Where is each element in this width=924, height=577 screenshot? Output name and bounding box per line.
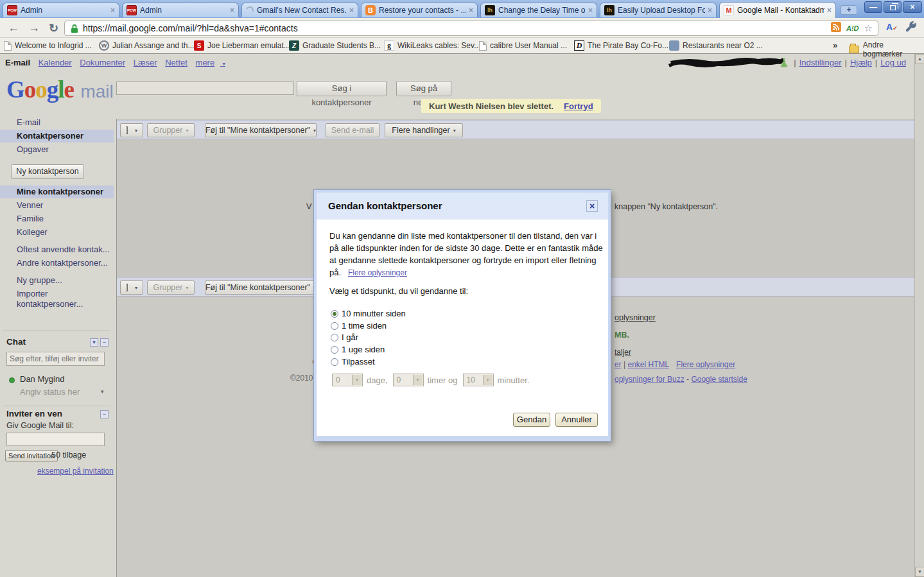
add-to-group-button[interactable]: Føj til "Mine kontaktpersoner"▾ xyxy=(205,280,317,295)
send-email-button[interactable]: Send e-mail xyxy=(326,123,379,137)
translate-icon[interactable]: A✓ xyxy=(886,22,898,32)
bookmark-item[interactable]: Welcome to Infogrid ... xyxy=(4,41,99,51)
more-actions-button[interactable]: Flere handlinger▾ xyxy=(385,123,463,137)
buzz-info-link[interactable]: oplysninger for Buzz xyxy=(615,375,684,384)
nav-nettet[interactable]: Nettet xyxy=(165,58,187,67)
radio-icon[interactable] xyxy=(331,358,338,366)
scroll-up-icon[interactable]: ▲ xyxy=(915,54,924,64)
help-link[interactable]: Hjælp xyxy=(850,58,872,67)
undo-link[interactable]: Fortryd xyxy=(564,101,593,111)
radio-option-10-minutes[interactable]: 10 minutter siden xyxy=(331,309,406,318)
page-scrollbar[interactable]: ▲ ▼ xyxy=(914,54,924,577)
new-tab-button[interactable]: + xyxy=(841,5,857,15)
cancel-button[interactable]: Annuller xyxy=(555,413,598,427)
google-home-link[interactable]: Google startside xyxy=(691,375,747,384)
tab-gmail-blog[interactable]: Gmail's New Contact Res... × xyxy=(241,3,358,17)
radio-icon[interactable] xyxy=(331,322,338,330)
checkbox-icon[interactable] xyxy=(126,126,128,134)
tab-close-icon[interactable]: × xyxy=(827,6,832,15)
bookmark-item[interactable]: WJulian Assange and th... xyxy=(99,40,194,51)
back-button[interactable]: ← xyxy=(8,21,19,35)
sidebar-import-link[interactable]: Importer xyxy=(0,289,114,299)
tab-close-icon[interactable]: × xyxy=(230,6,234,15)
nav-kalender[interactable]: Kalender xyxy=(39,58,72,67)
tab-admin-1[interactable]: PCW Admin × xyxy=(3,3,119,17)
invite-minimize-icon[interactable]: − xyxy=(100,410,109,418)
select-all-checkbox-button[interactable]: ▾ xyxy=(120,123,143,137)
details-link-fragment[interactable]: taljer xyxy=(615,348,631,357)
bookmark-item[interactable]: gWikiLeaks cables: Sev... xyxy=(384,40,479,51)
forward-button[interactable]: → xyxy=(28,21,40,35)
bookmarks-overflow-chevron[interactable]: » xyxy=(833,40,837,50)
sidebar-new-group-link[interactable]: Ny gruppe... xyxy=(0,274,114,287)
view-link-fragment[interactable]: er xyxy=(615,360,622,369)
wrench-icon[interactable] xyxy=(905,21,917,35)
search-contacts-button[interactable]: Søg i kontaktpersoner xyxy=(297,81,387,96)
search-web-button[interactable]: Søg på nettet xyxy=(396,81,451,96)
nav-laeser[interactable]: Læser xyxy=(134,58,157,67)
tab-close-icon[interactable]: × xyxy=(469,6,473,15)
sidebar-group-familie[interactable]: Familie xyxy=(0,212,114,225)
logout-link[interactable]: Log ud xyxy=(880,58,906,67)
more-info-link[interactable]: Flere oplysninger xyxy=(348,268,407,277)
tab-admin-2[interactable]: PCW Admin × xyxy=(122,3,239,17)
sidebar-item-kontaktpersoner[interactable]: Kontaktpersoner xyxy=(0,130,114,142)
settings-link[interactable]: Indstillinger xyxy=(799,58,842,67)
bookmark-item[interactable]: calibre User Manual ... xyxy=(479,41,574,51)
add-to-group-button[interactable]: Føj til "Mine kontaktpersoner"▾ xyxy=(205,123,317,137)
basic-html-link[interactable]: enkel HTML xyxy=(627,360,668,369)
chat-minimize-icon[interactable]: − xyxy=(100,338,109,347)
bookmark-item[interactable]: SJoe Lieberman emulat... xyxy=(194,40,289,51)
nav-more[interactable]: mere ▾ xyxy=(196,58,231,67)
select-all-checkbox-button[interactable]: ▾ xyxy=(120,280,143,295)
radio-option-1-hour[interactable]: 1 time siden xyxy=(331,321,387,331)
sidebar-group-kolleger[interactable]: Kolleger xyxy=(0,226,114,239)
invite-example-link[interactable]: eksempel på invitation xyxy=(37,467,114,476)
minutes-select[interactable]: 10▾ xyxy=(463,374,494,386)
bookmark-item[interactable]: DThe Pirate Bay Co-Fo... xyxy=(574,40,669,51)
groups-button[interactable]: Grupper▾ xyxy=(147,280,195,295)
new-contact-button[interactable]: Ny kontaktperson xyxy=(11,164,84,179)
sidebar-item-opgaver[interactable]: Opgaver xyxy=(0,143,114,156)
mail-search-input[interactable] xyxy=(116,82,294,95)
bookmark-item[interactable]: ZGraduate Students B... xyxy=(289,40,384,51)
tab-close-icon[interactable]: × xyxy=(110,6,115,15)
radio-option-yesterday[interactable]: I går xyxy=(331,332,358,342)
groups-button[interactable]: Grupper▾ xyxy=(147,123,195,137)
tab-google-mail-active[interactable]: M Google Mail - Kontaktadm... × xyxy=(719,2,836,18)
radio-icon-checked[interactable] xyxy=(331,310,338,318)
adblock-icon[interactable]: A!D xyxy=(846,24,859,32)
tab-restore-contacts[interactable]: B Restore your contacts - ... × xyxy=(361,3,478,17)
send-invitation-button[interactable]: Send invitation xyxy=(5,450,58,461)
sidebar-import-link-2[interactable]: kontaktpersoner... xyxy=(0,299,114,309)
footer-link-fragment[interactable]: oplysninger xyxy=(615,313,656,322)
more-info-link[interactable]: Flere oplysninger xyxy=(676,360,735,369)
url-text[interactable]: https://mail.google.com/mail/?hl=da&shva… xyxy=(83,23,826,33)
chat-contact-name[interactable]: Dan Mygind xyxy=(20,374,64,384)
tab-close-icon[interactable]: × xyxy=(708,6,712,15)
reload-button[interactable]: ↻ xyxy=(49,21,58,35)
bookmark-item[interactable]: Restaurants near O2 ... xyxy=(669,40,764,51)
minimize-button[interactable]: — xyxy=(864,1,882,13)
rss-icon[interactable] xyxy=(831,22,841,35)
invite-email-input[interactable] xyxy=(6,433,105,446)
sidebar-group-mine-kontaktpersoner[interactable]: Mine kontaktpersoner xyxy=(0,185,114,198)
address-bar[interactable]: https://mail.google.com/mail/?hl=da&shva… xyxy=(64,21,878,36)
restore-button[interactable] xyxy=(884,1,902,13)
sidebar-group-venner[interactable]: Venner xyxy=(0,199,114,212)
chat-search-input[interactable] xyxy=(6,352,105,366)
close-window-button[interactable]: × xyxy=(903,1,922,13)
chat-status-field[interactable]: Angiv status her xyxy=(20,387,80,397)
tab-close-icon[interactable]: × xyxy=(588,6,593,15)
chat-options-icon[interactable]: ▾ xyxy=(90,338,98,347)
radio-icon[interactable] xyxy=(331,334,338,341)
status-caret-icon[interactable]: ▾ xyxy=(101,388,104,395)
nav-dokumenter[interactable]: Dokumenter xyxy=(80,58,125,67)
sidebar-group-oftest-anvendte[interactable]: Oftest anvendte kontak... xyxy=(0,243,114,256)
days-select[interactable]: 0▾ xyxy=(332,374,363,386)
tab-lifehacker-2[interactable]: lh Easily Upload Desktop Fo... × xyxy=(600,3,717,17)
hours-select[interactable]: 0▾ xyxy=(393,374,424,386)
bookmark-star-icon[interactable]: ☆ xyxy=(864,22,873,34)
sidebar-group-andre[interactable]: Andre kontaktpersoner... xyxy=(0,257,114,270)
restore-button[interactable]: Gendan xyxy=(513,413,550,427)
